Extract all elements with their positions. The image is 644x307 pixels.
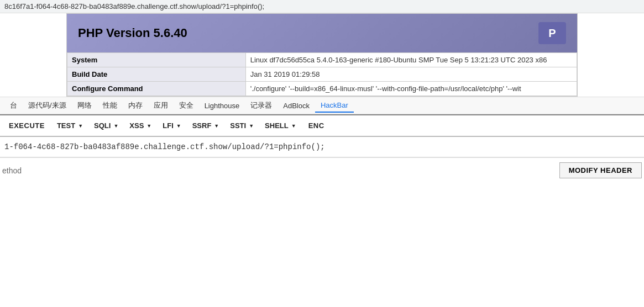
ext-toolbar[interactable]: 台源代码/来源网络性能内存应用安全Lighthouse记录器AdBlockHac… bbox=[0, 97, 644, 114]
table-key: Build Date bbox=[67, 67, 246, 82]
table-key: System bbox=[67, 53, 246, 67]
ext-toolbar-item-安全[interactable]: 安全 bbox=[174, 98, 199, 113]
url-input[interactable] bbox=[2, 141, 642, 152]
table-value: './configure' '--build=x86_64-linux-musl… bbox=[245, 82, 577, 96]
ext-toolbar-item-性能[interactable]: 性能 bbox=[97, 98, 123, 113]
ext-toolbar-item-内存[interactable]: 内存 bbox=[123, 98, 148, 113]
table-row: Build DateJan 31 2019 01:29:58 bbox=[67, 67, 577, 82]
php-header: PHP Version 5.6.40 P bbox=[67, 14, 577, 52]
url-text: 8c16f7a1-f064-4c68-827b-ba0483af889e.cha… bbox=[4, 2, 264, 10]
ext-toolbar-item-应用[interactable]: 应用 bbox=[148, 98, 174, 113]
ext-toolbar-item-Lighthouse[interactable]: Lighthouse bbox=[199, 99, 245, 112]
modify-header-button[interactable]: MODIFY HEADER bbox=[559, 162, 642, 178]
ext-toolbar-item-记录器[interactable]: 记录器 bbox=[245, 98, 278, 113]
hackbar-sqli-button[interactable]: SQLI bbox=[88, 119, 124, 133]
ext-toolbar-item-HackBar[interactable]: HackBar bbox=[315, 99, 354, 113]
hackbar-shell-button[interactable]: SHELL bbox=[259, 119, 302, 133]
hackbar-ssti-button[interactable]: SSTI bbox=[224, 119, 259, 133]
table-value: Linux df7dc56d55ca 5.4.0-163-generic #18… bbox=[245, 53, 577, 67]
php-table: SystemLinux df7dc56d55ca 5.4.0-163-gener… bbox=[67, 52, 577, 96]
php-version: PHP Version 5.6.40 bbox=[78, 26, 187, 40]
url-input-area[interactable] bbox=[0, 137, 644, 157]
ext-toolbar-item-源代码-来源[interactable]: 源代码/来源 bbox=[23, 98, 72, 113]
hackbar-toolbar[interactable]: EXECUTETESTSQLIXSSLFISSRFSSTISHELLENC bbox=[0, 115, 644, 137]
bottom-area: ethod MODIFY HEADER bbox=[0, 157, 644, 183]
hackbar-lfi-button[interactable]: LFI bbox=[157, 119, 186, 133]
hackbar-ssrf-button[interactable]: SSRF bbox=[187, 119, 225, 133]
php-logo: P bbox=[538, 22, 566, 44]
url-bar: 8c16f7a1-f064-4c68-827b-ba0483af889e.cha… bbox=[0, 0, 644, 13]
table-value: Jan 31 2019 01:29:58 bbox=[245, 67, 577, 82]
php-info-panel: PHP Version 5.6.40 P SystemLinux df7dc56… bbox=[66, 13, 578, 97]
table-key: Configure Command bbox=[67, 82, 246, 96]
method-label: ethod bbox=[2, 166, 559, 175]
table-row: SystemLinux df7dc56d55ca 5.4.0-163-gener… bbox=[67, 53, 577, 67]
ext-toolbar-item-AdBlock[interactable]: AdBlock bbox=[278, 99, 315, 112]
hackbar-xss-button[interactable]: XSS bbox=[124, 119, 157, 133]
table-row: Configure Command'./configure' '--build=… bbox=[67, 82, 577, 96]
hackbar-execute-button[interactable]: EXECUTE bbox=[2, 119, 51, 133]
ext-toolbar-item-网络[interactable]: 网络 bbox=[72, 98, 97, 113]
hackbar-test-button[interactable]: TEST bbox=[51, 119, 88, 133]
hackbar-enc-button[interactable]: ENC bbox=[302, 119, 331, 133]
ext-toolbar-item-台[interactable]: 台 bbox=[4, 98, 23, 113]
